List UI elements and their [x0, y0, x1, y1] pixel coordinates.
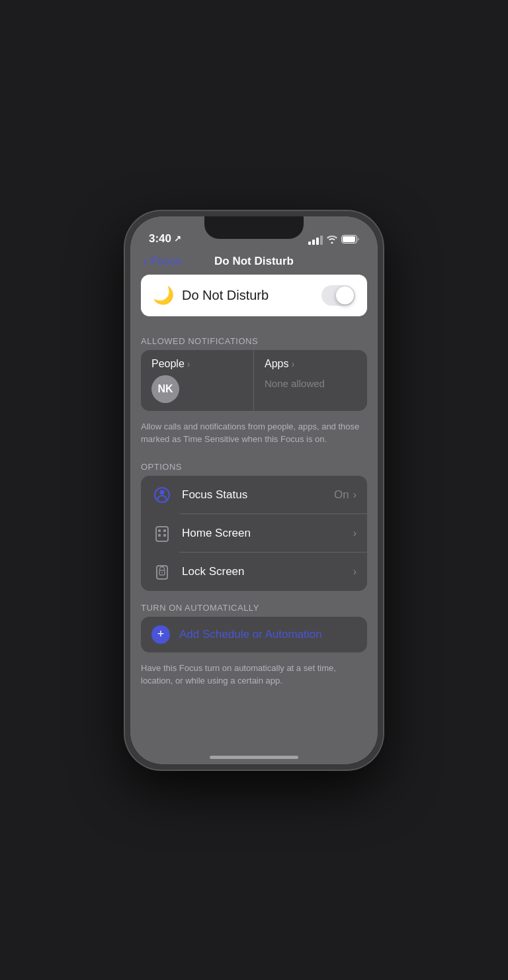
people-label: People [151, 358, 185, 370]
avatar-initials: NK [157, 383, 173, 395]
back-label: Focus [151, 255, 181, 268]
phone-frame: 3:40 ↗ [125, 211, 383, 770]
apps-chevron: › [291, 359, 294, 369]
home-screen-icon [153, 524, 171, 543]
svg-point-11 [161, 572, 163, 573]
people-chevron: › [187, 359, 190, 369]
options-card: Focus Status On › Ho [141, 476, 367, 591]
home-screen-icon-wrap [151, 523, 173, 544]
location-icon: ↗ [174, 234, 181, 244]
home-screen-row[interactable]: Home Screen › [141, 514, 367, 553]
focus-status-icon-wrap [151, 484, 173, 506]
people-cell[interactable]: People › NK [141, 350, 254, 411]
options-header: OPTIONS [141, 457, 367, 476]
battery-icon [341, 235, 359, 245]
notifications-row: People › NK Apps › None allowed [141, 350, 367, 411]
status-icons [308, 235, 359, 245]
notifications-description: Allow calls and notifications from peopl… [141, 418, 367, 457]
nav-bar: ‹ Focus Do Not Disturb [130, 249, 378, 275]
auto-card: + Add Schedule or Automation [141, 617, 367, 652]
status-time: 3:40 ↗ [149, 232, 181, 245]
svg-point-3 [160, 490, 165, 494]
lock-screen-row[interactable]: Lock Screen › [141, 553, 367, 591]
wifi-icon [327, 235, 337, 245]
moon-icon: 🌙 [153, 285, 174, 306]
focus-status-chevron: › [353, 489, 357, 501]
svg-rect-4 [156, 527, 168, 541]
add-schedule-row[interactable]: + Add Schedule or Automation [141, 617, 367, 652]
focus-status-value: On [334, 488, 349, 502]
main-content: 🌙 Do Not Disturb ALLOWED NOTIFICATIONS P… [130, 275, 378, 746]
do-not-disturb-card[interactable]: 🌙 Do Not Disturb [141, 275, 367, 316]
svg-rect-1 [343, 236, 355, 242]
screen: 3:40 ↗ [130, 216, 378, 764]
toggle-left: 🌙 Do Not Disturb [153, 285, 269, 306]
add-schedule-label: Add Schedule or Automation [179, 628, 321, 641]
auto-description: Have this Focus turn on automatically at… [141, 659, 367, 698]
home-screen-label: Home Screen [182, 527, 353, 540]
add-icon: + [151, 625, 170, 644]
svg-rect-6 [163, 529, 166, 532]
lock-screen-icon [153, 562, 171, 581]
apps-none-label: None allowed [265, 375, 357, 389]
allowed-notifications-header: ALLOWED NOTIFICATIONS [141, 331, 367, 350]
focus-status-label: Focus Status [182, 488, 334, 502]
apps-label: Apps [265, 358, 288, 370]
focus-status-row[interactable]: Focus Status On › [141, 476, 367, 514]
do-not-disturb-toggle[interactable] [321, 285, 355, 306]
person-avatar: NK [151, 375, 179, 403]
svg-rect-5 [158, 529, 161, 532]
focus-status-icon [153, 486, 171, 504]
svg-rect-7 [158, 534, 161, 537]
turn-on-auto-header: TURN ON AUTOMATICALLY [141, 598, 367, 617]
lock-screen-chevron: › [353, 566, 357, 578]
bar2 [312, 240, 315, 245]
apps-title: Apps › [265, 358, 357, 370]
bar4 [320, 236, 323, 245]
notch [204, 216, 304, 239]
page-title: Do Not Disturb [214, 255, 294, 268]
toggle-label: Do Not Disturb [182, 288, 269, 303]
home-indicator [210, 756, 298, 759]
lock-screen-icon-wrap [151, 561, 173, 582]
svg-rect-8 [163, 534, 166, 537]
lock-screen-label: Lock Screen [182, 565, 353, 578]
back-chevron: ‹ [144, 253, 148, 269]
time-display: 3:40 [149, 232, 171, 245]
bar3 [316, 238, 319, 245]
people-title: People › [151, 358, 243, 370]
notifications-grid: People › NK Apps › None allowed [141, 350, 367, 411]
apps-cell[interactable]: Apps › None allowed [254, 350, 367, 411]
signal-bars [308, 236, 323, 245]
home-screen-chevron: › [353, 527, 357, 539]
back-button[interactable]: ‹ Focus [144, 253, 181, 269]
bar1 [308, 242, 311, 245]
